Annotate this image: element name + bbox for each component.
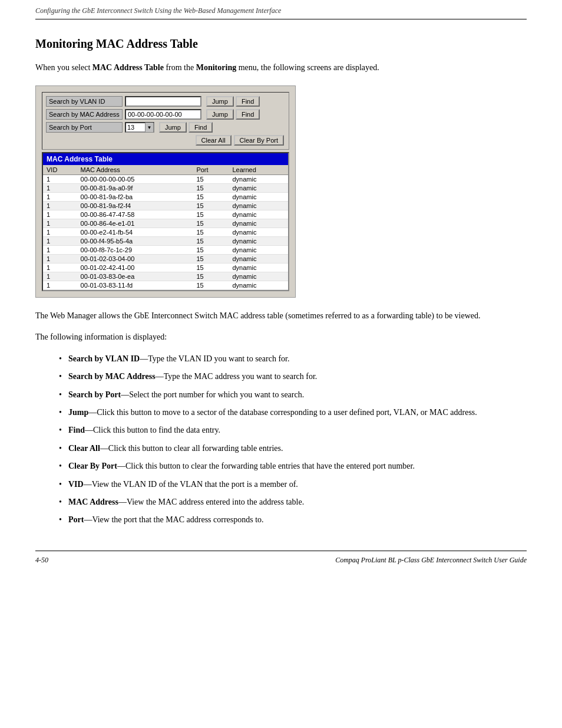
vlan-id-input[interactable] [125,96,201,107]
bullet-term: Jump [68,408,88,417]
table-cell: 00-00-00-00-00-05 [77,175,193,184]
port-value: 13 [126,123,145,131]
bullet-term: Search by MAC Address [68,372,156,381]
clear-all-button[interactable]: Clear All [196,135,232,146]
list-item: Clear By Port—Click this button to clear… [59,460,527,473]
table-cell: dynamic [229,272,288,281]
search-row-port: Search by Port 13 ▼ Jump Find [46,122,285,133]
list-item: MAC Address—View the MAC address entered… [59,496,527,509]
table-cell: 00-01-03-83-11-fd [77,281,193,290]
table-row: 100-01-02-03-04-0015dynamic [43,255,288,263]
bullet-term: Clear All [68,444,100,453]
table-cell: 1 [43,202,77,210]
table-cell: 00-01-02-03-04-00 [77,255,193,263]
port-jump-button[interactable]: Jump [159,122,187,133]
dropdown-arrow-icon[interactable]: ▼ [145,123,153,132]
table-header-row: VID MAC Address Port Learned [43,165,288,175]
list-item: Search by VLAN ID—Type the VLAN ID you w… [59,353,527,365]
page-container: Configuring the GbE Interconnect Switch … [0,0,562,728]
table-row: 100-01-03-83-11-fd15dynamic [43,281,288,290]
table-cell: 1 [43,246,77,255]
table-row: 100-00-81-9a-f2-f415dynamic [43,202,288,210]
bullet-term: Port [68,515,84,524]
vlan-find-button[interactable]: Find [236,96,260,107]
table-cell: dynamic [229,202,288,210]
list-item: Find—Click this button to find the data … [59,424,527,437]
mac-address-table: VID MAC Address Port Learned 100-00-00-0… [43,165,288,290]
port-find-button[interactable]: Find [189,122,213,133]
search-row-mac: Search by MAC Address Jump Find [46,109,285,120]
vlan-jump-button[interactable]: Jump [206,96,234,107]
table-cell: dynamic [229,228,288,237]
table-cell: 1 [43,193,77,202]
footer-product-name: Compaq ProLiant BL p-Class GbE Interconn… [335,556,527,565]
table-cell: 00-00-f4-95-b5-4a [77,237,193,246]
table-cell: 15 [193,219,229,228]
mac-address-input[interactable] [125,109,201,120]
vlan-buttons: Jump Find [206,96,260,107]
body-text-1: The Web Manager allows the GbE Interconn… [35,309,527,322]
port-buttons: Jump Find [159,122,213,133]
table-cell: dynamic [229,193,288,202]
table-cell: 1 [43,263,77,272]
table-cell: 15 [193,175,229,184]
table-cell: 1 [43,255,77,263]
mac-find-button[interactable]: Find [236,109,260,120]
list-item: Port—View the port that the MAC address … [59,513,527,526]
table-cell: 00-01-02-42-41-00 [77,263,193,272]
table-cell: 00-00-e2-41-fb-54 [77,228,193,237]
mac-table-title: MAC Address Table [43,153,288,165]
intro-paragraph: When you select MAC Address Table from t… [35,61,527,74]
col-port: Port [193,165,229,175]
mac-jump-button[interactable]: Jump [206,109,234,120]
table-cell: dynamic [229,246,288,255]
table-cell: dynamic [229,281,288,290]
table-row: 100-01-03-83-0e-ea15dynamic [43,272,288,281]
table-cell: dynamic [229,263,288,272]
bullet-term: VID [68,480,84,489]
col-learned: Learned [229,165,288,175]
table-cell: 1 [43,228,77,237]
table-cell: 15 [193,237,229,246]
table-cell: 00-00-81-9a-a0-9f [77,184,193,193]
table-row: 100-00-86-4e-e1-0115dynamic [43,219,288,228]
header-text: Configuring the GbE Interconnect Switch … [35,6,281,15]
table-row: 100-00-81-9a-f2-ba15dynamic [43,193,288,202]
list-item: Search by MAC Address—Type the MAC addre… [59,370,527,383]
table-cell: 1 [43,272,77,281]
list-item: VID—View the VLAN ID of the VLAN that th… [59,478,527,491]
table-row: 100-00-f4-95-b5-4a15dynamic [43,237,288,246]
bullet-term: Find [68,426,85,434]
mac-table-container: MAC Address Table VID MAC Address Port L… [42,152,289,291]
clear-by-port-button[interactable]: Clear By Port [234,135,284,146]
table-cell: 15 [193,281,229,290]
table-cell: 1 [43,210,77,219]
table-cell: 15 [193,210,229,219]
table-row: 100-00-f8-7c-1c-2915dynamic [43,246,288,255]
bullet-term: Search by VLAN ID [68,354,140,363]
mac-address-label: Search by MAC Address [46,109,123,120]
list-item: Jump—Click this button to move to a sect… [59,406,527,419]
table-row: 100-00-81-9a-a0-9f15dynamic [43,184,288,193]
table-cell: 15 [193,263,229,272]
table-cell: 00-00-f8-7c-1c-29 [77,246,193,255]
table-cell: dynamic [229,237,288,246]
port-dropdown[interactable]: 13 ▼ [125,122,154,133]
table-cell: 1 [43,175,77,184]
mac-table-body: 100-00-00-00-00-0515dynamic100-00-81-9a-… [43,175,288,290]
body-text-2: The following information is displayed: [35,331,527,344]
page-title: Monitoring MAC Address Table [35,37,527,51]
table-cell: dynamic [229,175,288,184]
table-cell: 00-00-81-9a-f2-ba [77,193,193,202]
table-cell: 1 [43,237,77,246]
search-panel: Search by VLAN ID Jump Find Search by MA… [42,92,289,150]
list-item: Search by Port—Select the port number fo… [59,388,527,401]
table-cell: 15 [193,228,229,237]
col-vid: VID [43,165,77,175]
table-row: 100-00-86-47-47-5815dynamic [43,210,288,219]
table-cell: 00-01-03-83-0e-ea [77,272,193,281]
mac-buttons: Jump Find [206,109,260,120]
table-cell: 15 [193,272,229,281]
table-cell: 1 [43,219,77,228]
table-cell: dynamic [229,184,288,193]
